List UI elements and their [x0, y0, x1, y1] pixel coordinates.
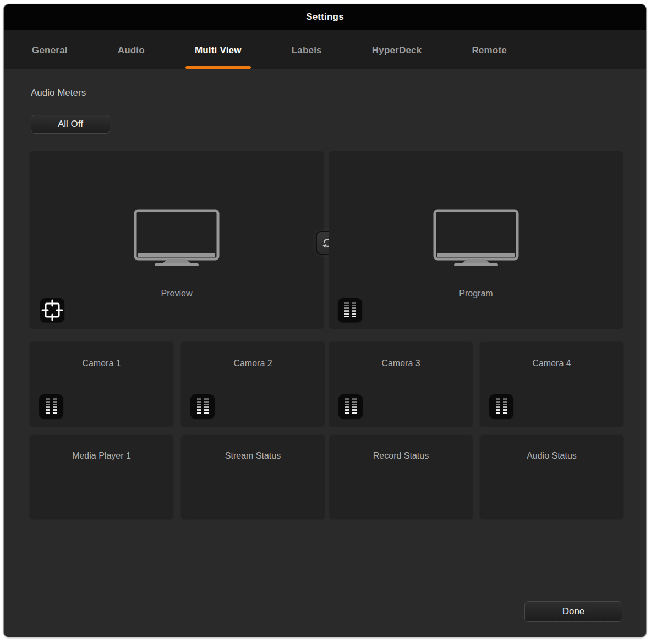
- safe-area-icon: [40, 298, 64, 322]
- settings-window: Settings General Audio Multi View Labels…: [3, 4, 647, 637]
- tile-label: Camera 2: [180, 359, 325, 368]
- tab-labels[interactable]: Labels: [288, 30, 325, 69]
- preview-label: Preview: [29, 289, 324, 299]
- tab-bar: General Audio Multi View Labels HyperDec…: [4, 30, 646, 69]
- tab-remote[interactable]: Remote: [468, 30, 510, 69]
- tile-label: Stream Status: [180, 451, 325, 461]
- window-title: Settings: [306, 12, 344, 23]
- tile-label: Media Player 1: [29, 451, 174, 461]
- program-pane: Program: [329, 151, 623, 329]
- audio-meter-button[interactable]: [39, 394, 63, 419]
- tab-audio[interactable]: Audio: [114, 30, 148, 69]
- status-tile-audio-status: Audio Status: [479, 434, 624, 520]
- monitor-icon: [433, 209, 519, 266]
- status-tile-record-status: Record Status: [329, 434, 473, 520]
- all-off-button[interactable]: All Off: [31, 115, 110, 134]
- safe-area-button[interactable]: [40, 298, 64, 322]
- tile-label: Record Status: [329, 451, 473, 461]
- audio-meter-icon: [496, 398, 507, 415]
- tile-label: Camera 3: [329, 359, 473, 368]
- multi-view-settings-panel: Audio Meters All Off Preview: [4, 69, 646, 637]
- source-tile-camera-2: Camera 2: [180, 341, 325, 427]
- source-tile-camera-4: Camera 4: [479, 341, 624, 427]
- tile-label: Camera 1: [29, 359, 174, 368]
- status-tile-media-player-1: Media Player 1: [29, 434, 174, 520]
- source-tile-camera-1: Camera 1: [29, 341, 174, 427]
- status-tile-stream-status: Stream Status: [180, 434, 325, 520]
- tab-hyperdeck[interactable]: HyperDeck: [369, 30, 425, 69]
- title-bar: Settings: [4, 4, 646, 30]
- audio-meters-heading: Audio Meters: [31, 87, 86, 98]
- source-tile-camera-3: Camera 3: [329, 341, 473, 427]
- page: Settings General Audio Multi View Labels…: [0, 0, 651, 644]
- audio-meter-icon: [345, 398, 357, 415]
- audio-meter-button[interactable]: [338, 298, 362, 322]
- audio-meter-icon: [46, 398, 57, 415]
- done-button[interactable]: Done: [524, 601, 622, 622]
- tab-general[interactable]: General: [29, 30, 71, 69]
- audio-meter-icon: [197, 398, 209, 415]
- monitor-icon: [134, 209, 220, 266]
- tile-label: Camera 4: [479, 359, 624, 368]
- audio-meter-button[interactable]: [190, 394, 215, 419]
- tab-multi-view[interactable]: Multi View: [192, 30, 245, 69]
- tile-label: Audio Status: [479, 451, 624, 461]
- audio-meter-icon: [344, 302, 356, 318]
- program-label: Program: [329, 289, 623, 299]
- preview-pane: Preview: [29, 151, 324, 329]
- audio-meter-button[interactable]: [338, 394, 363, 419]
- audio-meter-button[interactable]: [489, 394, 513, 419]
